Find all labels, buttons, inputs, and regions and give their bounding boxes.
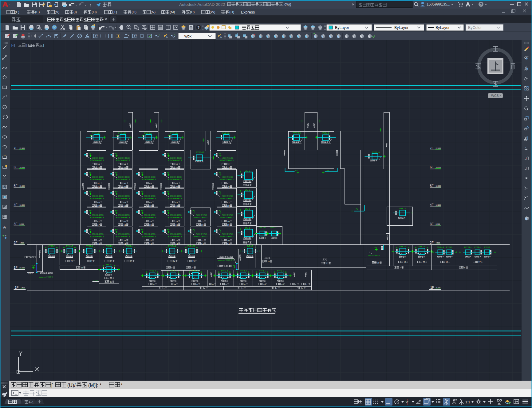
- svg-text:19: 19: [404, 261, 406, 263]
- svg-text:PY: PY: [115, 172, 118, 174]
- svg-text:PY: PY: [219, 229, 221, 231]
- svg-text:11: 11: [225, 283, 227, 285]
- svg-text:PY: PY: [141, 210, 144, 212]
- svg-text:26: 26: [110, 277, 112, 279]
- svg-text:PYFJ-15: PYFJ-15: [92, 132, 100, 134]
- svg-text:13.200: 13.200: [20, 204, 25, 206]
- svg-text:PY: PY: [167, 172, 170, 174]
- svg-text:54: 54: [124, 163, 126, 166]
- svg-text:14: 14: [201, 243, 204, 245]
- svg-text:PY: PY: [89, 191, 92, 193]
- svg-text:23: 23: [192, 260, 195, 262]
- svg-text:1F: 1F: [14, 266, 18, 269]
- svg-text:PY: PY: [375, 247, 377, 248]
- svg-text:A: A: [220, 36, 222, 38]
- svg-text:1:1: 1:1: [465, 400, 470, 404]
- svg-text:PYFJ-12: PYFJ-12: [187, 245, 195, 247]
- svg-text:16: 16: [227, 224, 230, 226]
- svg-text:A: A: [3, 225, 6, 229]
- svg-text:PY: PY: [356, 208, 358, 210]
- svg-text:800x1000H+1.3: 800x1000H+1.3: [116, 216, 130, 219]
- svg-text:7: 7: [400, 267, 401, 269]
- svg-text:PY: PY: [89, 153, 92, 155]
- svg-text:T: T: [525, 146, 526, 149]
- svg-text:50: 50: [124, 182, 126, 185]
- svg-text:PYFJ-4: PYFJ-4: [144, 132, 152, 134]
- svg-text:(E): (E): [35, 10, 40, 14]
- svg-text:[: [: [51, 383, 53, 388]
- svg-text:800x2000: 800x2000: [218, 259, 225, 261]
- svg-text:35: 35: [97, 239, 100, 242]
- svg-text:15.600: 15.600: [20, 185, 25, 187]
- svg-text:16: 16: [124, 224, 126, 226]
- svg-text:8.400: 8.400: [436, 223, 440, 225]
- svg-text:PYFJ-4: PYFJ-4: [170, 270, 177, 272]
- svg-text:52: 52: [227, 163, 230, 166]
- svg-text:32: 32: [175, 239, 178, 242]
- svg-text:13: 13: [196, 283, 198, 285]
- svg-text:10: 10: [244, 283, 246, 285]
- svg-text:22: 22: [268, 260, 270, 263]
- svg-text:20: 20: [227, 185, 230, 188]
- svg-text:ByLayer: ByLayer: [394, 26, 408, 30]
- svg-text:JYKJ-2: JYKJ-2: [48, 245, 55, 247]
- svg-text:16: 16: [149, 224, 152, 226]
- svg-text:55: 55: [97, 163, 100, 166]
- svg-text:800x1000H+1.3: 800x1000H+1.3: [142, 197, 156, 200]
- svg-text:48: 48: [175, 182, 178, 185]
- svg-text:PYFJ-2: PYFJ-2: [240, 270, 247, 272]
- svg-text:28: 28: [71, 260, 73, 262]
- svg-text:PY: PY: [219, 191, 221, 193]
- svg-text:47: 47: [227, 182, 230, 185]
- svg-text:22: 22: [175, 166, 178, 169]
- svg-text:800x1000H+1.3: 800x1000H+1.3: [142, 178, 156, 180]
- svg-text:Express: Express: [241, 10, 255, 14]
- svg-text:42: 42: [227, 201, 230, 204]
- svg-text:800x1000H+1.3: 800x1000H+1.3: [168, 178, 182, 180]
- svg-text:PY: PY: [219, 153, 221, 155]
- svg-text:4F: 4F: [14, 203, 18, 207]
- svg-text:7F: 7F: [14, 146, 18, 150]
- svg-text:-0.100: -0.100: [28, 273, 33, 275]
- svg-text:.dwg: .dwg: [283, 2, 291, 6]
- svg-text:(W): (W): [210, 10, 215, 14]
- svg-text:PYFJ-4: PYFJ-4: [400, 245, 406, 248]
- svg-text:SFJ-2: SFJ-2: [245, 208, 250, 210]
- svg-text:800x1000H+1.3: 800x1000H+1.3: [116, 159, 130, 161]
- svg-text:PY: PY: [141, 172, 144, 174]
- svg-text:800x2500: 800x2500: [39, 276, 46, 278]
- svg-text:][: ][: [26, 43, 27, 47]
- svg-text:WCS: WCS: [491, 94, 499, 97]
- svg-text:1: 1: [32, 400, 34, 404]
- svg-text:800x1000H+1.3: 800x1000H+1.3: [90, 197, 104, 200]
- svg-text:3F: 3F: [14, 222, 18, 226]
- svg-text:18.000: 18.000: [436, 166, 441, 168]
- svg-text:22.400: 22.400: [20, 147, 25, 149]
- svg-text:PY: PY: [115, 210, 118, 212]
- svg-text:800x1000H+1.3: 800x1000H+1.3: [168, 197, 182, 200]
- svg-text:27: 27: [90, 260, 93, 262]
- svg-text:3F: 3F: [430, 222, 434, 226]
- svg-text:PY: PY: [295, 170, 298, 172]
- svg-text:4.800: 4.800: [20, 242, 24, 244]
- svg-text:(U)/: (U)/: [67, 383, 76, 388]
- svg-text:PY: PY: [115, 229, 118, 231]
- svg-text:49: 49: [149, 182, 152, 185]
- svg-text:20: 20: [423, 261, 425, 263]
- svg-text:-1F: -1F: [429, 286, 434, 289]
- svg-text:21: 21: [326, 262, 329, 264]
- svg-text:18.000: 18.000: [20, 166, 25, 168]
- svg-text:ByLayer: ByLayer: [435, 26, 450, 30]
- svg-text:24: 24: [173, 260, 175, 262]
- svg-text:30: 30: [227, 239, 230, 242]
- svg-text:34: 34: [124, 239, 126, 242]
- svg-text:PYKJ-4: PYKJ-4: [149, 270, 156, 272]
- svg-text:PY: PY: [167, 229, 170, 231]
- svg-text:18: 18: [149, 204, 152, 207]
- svg-text:JYSF: JYSF: [231, 264, 235, 266]
- svg-text:18: 18: [227, 204, 230, 207]
- svg-text:800x1000H+1.3: 800x1000H+1.3: [168, 236, 182, 238]
- svg-text:-1.500: -1.500: [20, 287, 25, 289]
- svg-text:PFYFJ-3: PFYFJ-3: [437, 246, 444, 248]
- svg-text:20: 20: [124, 185, 126, 188]
